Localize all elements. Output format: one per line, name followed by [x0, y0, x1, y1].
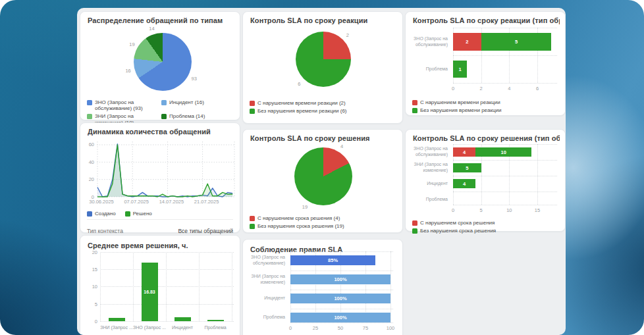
pie-value-label: 6	[298, 80, 300, 86]
legend-item[interactable]: С нарушением срока решения	[412, 220, 495, 226]
legend-swatch	[412, 228, 417, 234]
bar[interactable]: 100%	[290, 313, 390, 322]
bar-segment[interactable]: 2	[453, 33, 481, 51]
axis-tick-label: 2	[480, 86, 483, 91]
sla-compliance-chart[interactable]: 0255075100ЗНО (Запрос на обслуживание)85…	[243, 240, 402, 335]
dynamics-chart[interactable]: 020406030.06.202507.07.202514.07.202521.…	[80, 123, 240, 232]
category-label: Инцидент	[172, 325, 193, 330]
grid-line	[100, 304, 234, 305]
context-type-value[interactable]: Все типы обращений	[178, 228, 233, 234]
card-solution-sla: Контроль SLA по сроку решения 419С наруш…	[242, 129, 403, 233]
bar[interactable]: 16.83	[142, 263, 158, 321]
avg-resolution-chart[interactable]: 05101520ЗНИ (Запрос ...16.83ЗНО (Запрос …	[80, 236, 240, 335]
legend-swatch	[412, 220, 417, 226]
grid-line	[290, 309, 393, 309]
pie-value-label: 2	[346, 32, 349, 38]
bar-segment[interactable]: 1	[453, 61, 467, 78]
legend-item[interactable]: Без нарушения срока решения	[412, 228, 496, 234]
category-label: ЗНО (Запрос на обслуживание)	[407, 36, 448, 49]
legend-item[interactable]: С нарушением времени реакции (2)	[250, 100, 398, 106]
legend-item[interactable]: Решено	[125, 211, 152, 217]
legend-item[interactable]: Создано	[87, 211, 116, 217]
grid-line	[100, 252, 101, 321]
legend-item[interactable]: С нарушением срока решения (4)	[250, 215, 398, 221]
axis-tick-label: 15	[535, 207, 540, 213]
legend-swatch	[250, 224, 255, 229]
axis-tick-label: 75	[363, 325, 368, 331]
axis-tick-label: 6	[536, 86, 539, 91]
solution-sla-chart[interactable]: 419С нарушением срока решения (4)Без нар…	[243, 130, 402, 232]
grid-line	[290, 251, 393, 252]
svg-text:30.06.2025: 30.06.2025	[89, 199, 114, 205]
legend-item[interactable]: С нарушением времени реакции	[412, 99, 561, 105]
reaction-by-type-chart[interactable]: 0246ЗНО (Запрос на обслуживание)25Пробле…	[406, 12, 565, 115]
grid-line	[453, 192, 557, 192]
reaction-sla-chart[interactable]: 26С нарушением времени реакции (2)Без на…	[243, 12, 402, 123]
axis-tick-label: 5	[480, 207, 483, 213]
category-label: Проблема	[407, 63, 448, 76]
types-distribution-chart[interactable]: 93161914ЗНО (Запрос на обслуживание) (93…	[80, 12, 240, 120]
category-label: ЗНИ (Запрос на изменение)	[244, 273, 285, 286]
legend-item[interactable]: Без нарушения срока решения (19)	[250, 223, 398, 229]
grid-line	[453, 144, 557, 145]
grid-line	[453, 28, 557, 28]
svg-text:07.07.2025: 07.07.2025	[124, 199, 149, 205]
axis-tick-label: 15	[83, 267, 97, 272]
grid-line	[453, 55, 557, 56]
axis-tick-label: 4	[508, 86, 510, 91]
grid-line	[290, 322, 393, 323]
grid-line	[100, 252, 234, 253]
bar[interactable]: 85%	[290, 255, 375, 265]
legend-item[interactable]: ЗНО (Запрос на обслуживание) (93)	[87, 99, 161, 111]
card-reaction-by-type: Контроль SLA по сроку реакции (тип обращ…	[405, 11, 566, 116]
grid-line	[133, 252, 134, 321]
card-sla-compliance: Соблюдение правил SLA 0255075100ЗНО (Зап…	[242, 239, 403, 335]
bar-segment[interactable]: 5	[453, 163, 481, 172]
svg-text:14.07.2025: 14.07.2025	[159, 199, 184, 205]
card-dynamics: Динамика количества обращений 020406030.…	[80, 122, 240, 233]
axis-tick-label: 0	[452, 86, 454, 91]
grid-line	[290, 271, 393, 271]
legend-item[interactable]: Инцидент (16)	[161, 99, 236, 111]
category-label: ЗНО (Запрос на обслуживание)	[244, 254, 285, 267]
bar[interactable]	[174, 317, 191, 321]
svg-text:21.07.2025: 21.07.2025	[194, 199, 219, 205]
bar-segment[interactable]: 4	[453, 179, 475, 188]
category-label: Проблема	[244, 311, 285, 324]
pie-value-label: 19	[302, 204, 308, 210]
legend-item[interactable]: Без нарушения времени реакции (6)	[250, 108, 398, 114]
legend-label: Без нарушения срока решения (19)	[257, 223, 344, 229]
legend-label: С нарушением срока решения (4)	[257, 215, 340, 221]
pie-chart[interactable]	[296, 32, 351, 87]
svg-text:40: 40	[89, 159, 94, 165]
category-label: Инцидент	[407, 177, 448, 190]
pie-value-label: 19	[129, 41, 134, 47]
card-solution-by-type: Контроль SLA по сроку решения (тип обращ…	[405, 129, 566, 232]
grid-line	[290, 290, 393, 290]
category-label: ЗНО (Запрос на обслуживание)	[407, 145, 448, 159]
bar[interactable]	[207, 320, 224, 321]
category-label: ЗНИ (Запрос на изменение)	[407, 161, 448, 174]
pie-chart[interactable]	[294, 147, 352, 205]
legend-swatch	[250, 109, 255, 114]
legend-label: Инцидент (16)	[169, 99, 204, 105]
bar[interactable]: 100%	[290, 294, 390, 303]
grid-line	[453, 205, 557, 205]
bar[interactable]	[109, 318, 125, 321]
legend-swatch	[125, 211, 130, 217]
axis-tick-label: 5	[83, 301, 97, 307]
grid-line	[453, 83, 557, 84]
bar-segment[interactable]: 4	[453, 147, 475, 157]
svg-text:60: 60	[89, 142, 94, 147]
dashboard-screen: Распределение обращений по типам 9316191…	[0, 0, 644, 335]
legend-item[interactable]: Без нарушения времени реакции	[412, 107, 561, 113]
pie-chart[interactable]	[134, 33, 192, 91]
legend-label: Создано	[95, 211, 116, 217]
bar[interactable]: 100%	[290, 274, 390, 284]
bar-segment[interactable]: 5	[481, 33, 552, 51]
legend-label: Без нарушения времени реакции (6)	[257, 108, 347, 114]
solution-by-type-chart[interactable]: 051015ЗНО (Запрос на обслуживание)410ЗНИ…	[406, 130, 565, 231]
bar-segment[interactable]: 10	[475, 147, 531, 157]
grid-line	[166, 252, 167, 321]
legend-label: Решено	[133, 211, 152, 217]
